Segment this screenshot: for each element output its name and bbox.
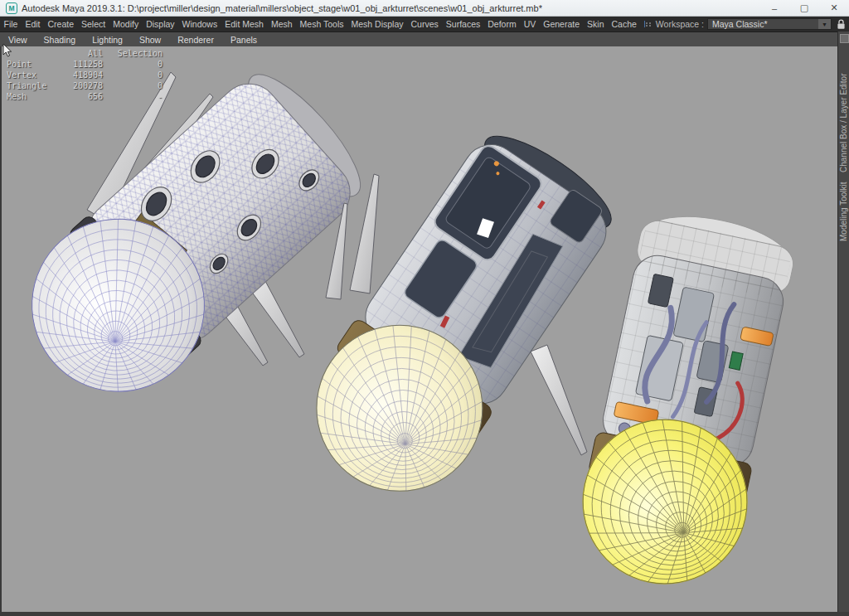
hud-row-label: Triangle — [7, 81, 50, 92]
hud-row: Mesh 656 - — [7, 92, 163, 103]
menu-item[interactable]: Mesh — [267, 19, 296, 29]
window-title: Autodesk Maya 2019.3.1: D:\project\mille… — [22, 3, 542, 13]
hud-row-all: 200278 — [50, 81, 103, 92]
menu-items: FileEditCreateSelectModifyDisplayWindows… — [0, 17, 645, 32]
minimize-button[interactable]: – — [759, 0, 789, 16]
menu-item[interactable]: Deform — [484, 19, 520, 29]
menu-item[interactable]: Modify — [109, 19, 143, 29]
menu-item[interactable]: File — [0, 19, 22, 29]
menu-item[interactable]: UV — [520, 19, 540, 29]
panel-toggle-icon[interactable] — [840, 34, 849, 43]
model-turret-wireframe[interactable] — [2, 56, 381, 427]
perspective-viewport[interactable]: All Selection Point 111258 0 Vertex 4189… — [0, 46, 837, 612]
menu-item[interactable]: Generate — [540, 19, 584, 29]
menu-item[interactable]: Windows — [178, 19, 221, 29]
hud-row-label: Vertex — [7, 70, 50, 81]
workspace-lock-icon[interactable] — [837, 19, 846, 30]
hud-row-selection: 0 — [103, 81, 163, 92]
hud-col-all: All — [50, 49, 103, 60]
window-controls: – ▢ ✕ — [759, 0, 849, 16]
hud-row-selection: - — [103, 92, 163, 103]
poly-count-hud: All Selection Point 111258 0 Vertex 4189… — [7, 49, 163, 103]
tab-channel-box-layer-editor[interactable]: Channel Box / Layer Editor — [839, 73, 848, 172]
menu-item[interactable]: Select — [78, 19, 109, 29]
model-turret-textured[interactable] — [568, 204, 805, 599]
hud-row-all: 656 — [50, 92, 103, 103]
workspace-value: Maya Classic* — [712, 19, 818, 29]
right-sidebar: Channel Box / Layer Editor Modeling Tool… — [837, 32, 849, 612]
main-menu-bar: FileEditCreateSelectModifyDisplayWindows… — [0, 17, 849, 32]
menu-item[interactable]: Skin — [584, 19, 608, 29]
hud-row-selection: 0 — [103, 60, 163, 70]
mouse-cursor — [2, 43, 12, 58]
menu-item[interactable]: Mesh Tools — [296, 19, 347, 29]
menu-item[interactable]: Curves — [407, 19, 442, 29]
chevron-down-icon[interactable]: ▼ — [818, 19, 831, 29]
maximize-button[interactable]: ▢ — [789, 0, 819, 16]
menu-item[interactable]: Edit Mesh — [221, 19, 268, 29]
viewport-scene — [2, 46, 839, 612]
panel-menu-bar: ViewShadingLightingShowRendererPanels — [0, 32, 837, 46]
menu-item[interactable]: Edit — [22, 19, 44, 29]
maya-app-icon: M — [6, 2, 17, 14]
panel-menu-item[interactable]: Lighting — [84, 35, 131, 45]
hud-row-all: 111258 — [50, 60, 103, 70]
hud-row-label: Mesh — [7, 92, 50, 103]
panel-menu-item[interactable]: Panels — [222, 35, 265, 45]
menu-item[interactable]: Display — [143, 19, 178, 29]
workspace-handle-icon — [645, 22, 653, 27]
workspace-label: Workspace : — [656, 19, 704, 29]
hud-row: Triangle 200278 0 — [7, 81, 163, 92]
hud-row: Point 111258 0 — [7, 60, 163, 70]
menu-item[interactable]: Mesh Display — [347, 19, 407, 29]
hud-header-row: All Selection — [7, 49, 163, 60]
fin-blade — [531, 345, 587, 455]
hud-row-selection: 0 — [103, 70, 163, 81]
close-button[interactable]: ✕ — [819, 0, 849, 16]
hud-col-selection: Selection — [103, 49, 163, 60]
panel-menu-item[interactable]: Renderer — [169, 35, 222, 45]
hud-row-all: 418904 — [50, 70, 103, 81]
menu-item[interactable]: Create — [44, 19, 78, 29]
menu-item[interactable]: Cache — [608, 19, 640, 29]
panel-menu-item[interactable]: Show — [131, 35, 169, 45]
panel-menu-item[interactable]: Shading — [36, 35, 85, 45]
title-bar: M Autodesk Maya 2019.3.1: D:\project\mil… — [0, 0, 849, 17]
hud-row-label: Point — [7, 60, 50, 70]
workspace-selector: Workspace : Maya Classic* ▼ — [645, 18, 849, 30]
workspace-dropdown[interactable]: Maya Classic* ▼ — [707, 18, 832, 30]
tab-modeling-toolkit[interactable]: Modeling Toolkit — [839, 182, 848, 241]
menu-item[interactable]: Surfaces — [442, 19, 483, 29]
hud-row: Vertex 418904 0 — [7, 70, 163, 81]
